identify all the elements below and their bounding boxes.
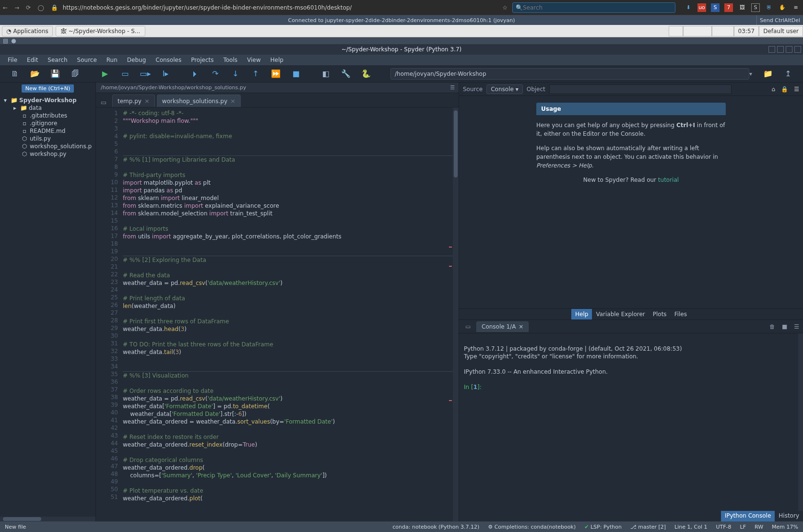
- tab-help[interactable]: Help: [571, 309, 592, 319]
- singlefile-icon[interactable]: S: [751, 3, 760, 12]
- stop-icon[interactable]: ■: [782, 323, 787, 330]
- save-icon[interactable]: 💾: [45, 65, 65, 83]
- search-box[interactable]: 🔍: [512, 2, 675, 13]
- close-icon[interactable]: ×: [144, 97, 150, 105]
- close-icon[interactable]: ×: [519, 323, 523, 330]
- menu-search[interactable]: Search: [43, 57, 72, 63]
- source-dropdown[interactable]: Console ▾: [486, 84, 522, 94]
- url-bar[interactable]: https://notebooks.gesis.org/binder/jupyt…: [63, 4, 352, 11]
- xfce-icon[interactable]: ▤: [3, 37, 8, 44]
- tab-history[interactable]: History: [775, 511, 803, 521]
- restore-button[interactable]: [786, 46, 792, 53]
- working-directory[interactable]: /home/jovyan/Spyder-Workshop: [390, 68, 749, 80]
- download-icon[interactable]: ⬇: [684, 3, 693, 12]
- menu-edit[interactable]: Edit: [22, 57, 43, 63]
- tree-folder-data[interactable]: data: [29, 105, 42, 111]
- tree-file[interactable]: workshop_solutions.p: [30, 143, 92, 150]
- tree-file[interactable]: workshop.py: [30, 151, 66, 157]
- vertical-scrollbar[interactable]: [798, 333, 803, 511]
- wd-dropdown-icon[interactable]: ▾: [749, 71, 758, 77]
- window-tab-spyder[interactable]: 🕸 ~/Spyder-Workshop - S...: [56, 26, 146, 36]
- options-icon[interactable]: ☰: [794, 86, 799, 93]
- applications-button[interactable]: ◔ Applications: [2, 26, 53, 36]
- horizontal-scrollbar[interactable]: [0, 517, 95, 521]
- options-icon[interactable]: ☰: [794, 323, 799, 330]
- step-over-icon[interactable]: ↷: [205, 65, 225, 83]
- menu-projects[interactable]: Projects: [186, 57, 218, 63]
- menu-file[interactable]: File: [3, 57, 22, 63]
- user-label[interactable]: Default user: [759, 26, 803, 36]
- preferences-icon[interactable]: 🔧: [336, 65, 356, 83]
- tree-file[interactable]: .gitattributes: [30, 112, 67, 119]
- menu-help[interactable]: Help: [266, 57, 288, 63]
- editor-options-icon[interactable]: ☰: [450, 84, 455, 91]
- interrupt-icon[interactable]: 🗑: [769, 323, 775, 330]
- menu-source[interactable]: Source: [72, 57, 102, 63]
- tray-slot-3[interactable]: [712, 26, 734, 36]
- run-selection-icon[interactable]: I▸: [155, 65, 176, 83]
- tree-file[interactable]: .gitignore: [30, 120, 57, 127]
- console-list-icon[interactable]: ▭: [463, 321, 473, 332]
- vertical-scrollbar[interactable]: [453, 107, 459, 521]
- seven-icon[interactable]: 7: [724, 3, 733, 12]
- continue-icon[interactable]: ⏩: [266, 65, 286, 83]
- minimize-button[interactable]: [768, 46, 775, 53]
- back-icon[interactable]: ←: [3, 4, 8, 11]
- tray-slot-2[interactable]: [683, 26, 712, 36]
- tree-root[interactable]: Spyder-Workshop: [19, 97, 77, 104]
- tab-files[interactable]: Files: [671, 309, 691, 319]
- forward-icon[interactable]: →: [14, 4, 19, 11]
- menu-tools[interactable]: Tools: [218, 57, 242, 63]
- ipython-console[interactable]: Python 3.7.12 | packaged by conda-forge …: [459, 333, 803, 511]
- object-input[interactable]: [549, 84, 732, 94]
- home-icon[interactable]: ⌂: [772, 86, 776, 93]
- xfce-dot[interactable]: ●: [11, 37, 16, 44]
- menu-view[interactable]: View: [242, 57, 265, 63]
- status-git[interactable]: ⎇ master [2]: [630, 524, 666, 530]
- run-cell-advance-icon[interactable]: ▭▸: [135, 65, 155, 83]
- browse-wd-icon[interactable]: 📁: [758, 65, 778, 83]
- menu-debug[interactable]: Debug: [122, 57, 151, 63]
- close-button[interactable]: [794, 46, 801, 53]
- code-editor[interactable]: 1234567891011121314151617181920212223242…: [96, 107, 459, 521]
- python-path-icon[interactable]: 🐍: [356, 65, 376, 83]
- max-panel-icon[interactable]: ◧: [316, 65, 336, 83]
- editor-tab-workshop-solutions[interactable]: workshop_solutions.py×: [157, 95, 241, 107]
- console-tab-1a[interactable]: Console 1/A×: [476, 321, 529, 332]
- status-completions[interactable]: ⚙ Completions: conda(notebook): [488, 524, 576, 530]
- new-file-icon[interactable]: 🗎: [5, 65, 25, 83]
- status-lsp[interactable]: ✔ LSP: Python: [584, 524, 622, 530]
- tutorial-link[interactable]: tutorial: [658, 177, 679, 183]
- hand-icon[interactable]: ✋: [778, 3, 787, 12]
- ublock-icon[interactable]: uo: [697, 3, 706, 12]
- bookmark-star-icon[interactable]: ☆: [502, 4, 508, 11]
- send-ctrlaltdel-button[interactable]: Send CtrlAltDel: [756, 15, 803, 25]
- save-all-icon[interactable]: 🗐: [65, 65, 85, 83]
- ext-shield-icon[interactable]: ⛨: [765, 3, 773, 12]
- lock-icon[interactable]: 🔒: [781, 86, 788, 93]
- tab-list-icon[interactable]: ▭: [99, 97, 108, 107]
- chevron-down-icon[interactable]: ▾: [2, 97, 9, 104]
- close-icon[interactable]: ×: [230, 97, 236, 105]
- run-cell-icon[interactable]: ▭: [115, 65, 135, 83]
- editor-tab-temp[interactable]: temp.py×: [112, 95, 155, 107]
- step-out-icon[interactable]: ↑: [246, 65, 266, 83]
- tab-plots[interactable]: Plots: [649, 309, 671, 319]
- status-eol[interactable]: LF: [740, 524, 746, 530]
- menu-run[interactable]: Run: [102, 57, 122, 63]
- step-into-icon[interactable]: ↓: [225, 65, 246, 83]
- parent-dir-icon[interactable]: ↥: [778, 65, 798, 83]
- tray-slot-1[interactable]: [669, 26, 683, 36]
- open-file-icon[interactable]: 📂: [25, 65, 45, 83]
- chevron-right-icon[interactable]: ▸: [12, 105, 18, 111]
- status-encoding[interactable]: UTF-8: [716, 524, 731, 530]
- tab-ipython-console[interactable]: IPython Console: [721, 511, 775, 521]
- menu-consoles[interactable]: Consoles: [151, 57, 186, 63]
- reload-icon[interactable]: ⟳: [26, 4, 31, 11]
- status-conda[interactable]: conda: notebook (Python 3.7.12): [392, 524, 479, 530]
- stylus-icon[interactable]: S: [711, 3, 720, 12]
- tree-file[interactable]: utils.py: [30, 135, 51, 142]
- stop-icon[interactable]: ■: [286, 65, 306, 83]
- menu-icon[interactable]: ≡: [791, 3, 800, 12]
- search-input[interactable]: [523, 4, 672, 11]
